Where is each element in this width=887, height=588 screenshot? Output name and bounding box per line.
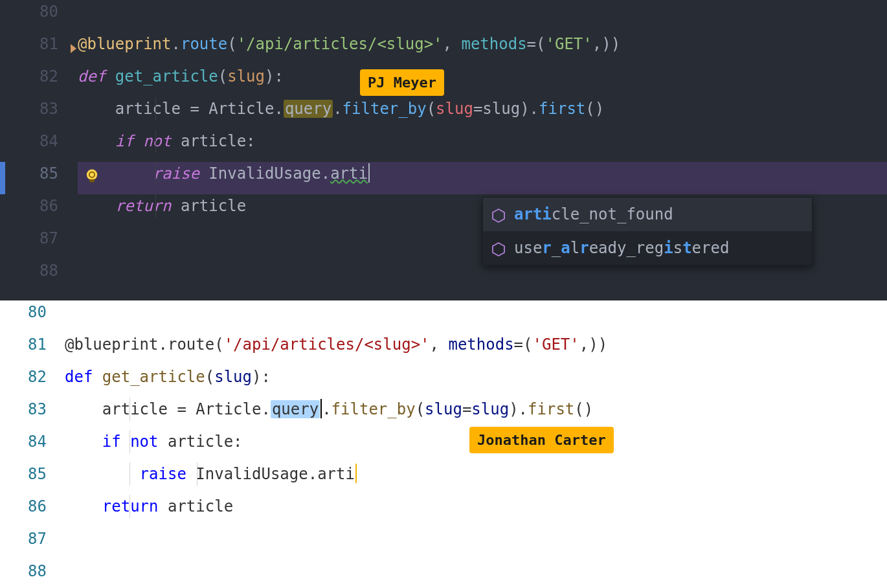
line-number: 88 [0,259,78,282]
line-number: 80 [0,300,65,324]
symbol-method-icon [491,207,506,222]
editor-pane-dark[interactable]: 80 81 @blueprint.route('/api/articles/<s… [0,0,887,300]
code-line[interactable]: 80 [0,0,887,32]
code-content[interactable]: return article [65,495,887,518]
code-line[interactable]: 84 if not article: [0,130,887,162]
line-number: 80 [0,0,78,23]
line-number: 86 [0,495,65,518]
code-content[interactable]: article = Article.query.filter_by(slug=s… [78,97,887,120]
collaborator-tag[interactable]: PJ Meyer [360,69,444,96]
line-number: 83 [0,398,65,421]
code-content[interactable]: raise InvalidUsage.arti [65,462,887,486]
code-line[interactable]: 83 article = Article.query.filter_by(slu… [0,97,887,130]
code-line[interactable]: 81 @blueprint.route('/api/articles/<slug… [0,32,887,65]
line-number: 85 [0,162,78,185]
code-content[interactable]: @blueprint.route('/api/articles/<slug>',… [65,333,887,356]
word-highlight: query [271,400,320,418]
code-content[interactable]: @blueprint.route('/api/articles/<slug>',… [78,32,887,56]
collaborator-name: Jonathan Carter [477,432,606,448]
collaborator-tag[interactable]: Jonathan Carter [469,427,614,453]
autocomplete-label: article_not_found [514,203,673,226]
line-number: 84 [0,130,78,153]
line-number: 86 [0,194,78,218]
code-line[interactable]: 80 [0,300,887,333]
code-line[interactable]: 86 return article [0,495,887,527]
code-content[interactable]: raise InvalidUsage.arti [78,162,887,185]
autocomplete-item[interactable]: user_already_registered [483,231,812,265]
code-line[interactable]: 87 [0,527,887,560]
code-content[interactable]: article = Article.query.filter_by(slug=s… [65,398,887,421]
autocomplete-item[interactable]: article_not_found [483,198,812,231]
code-line-current[interactable]: 85 raise InvalidUsage.arti [0,162,887,194]
code-line[interactable]: 84 if not article: [0,430,887,462]
autocomplete-label: user_already_registered [514,236,729,260]
line-number: 81 [0,32,78,56]
code-line[interactable]: 83 article = Article.query.filter_by(slu… [0,398,887,430]
code-line[interactable]: 85 raise InvalidUsage.arti [0,462,887,495]
collaborator-name: PJ Meyer [368,74,436,91]
line-number: 87 [0,527,65,550]
code-line[interactable]: 82 def get_article(slug): [0,365,887,398]
line-number: 82 [0,365,65,389]
code-content[interactable]: def get_article(slug): [78,65,887,88]
word-highlight: query [284,100,333,118]
line-number: 82 [0,65,78,88]
svg-rect-1 [90,179,95,183]
code-line[interactable]: 81 @blueprint.route('/api/articles/<slug… [0,333,887,365]
line-number: 84 [0,430,65,453]
text-cursor [368,163,370,183]
svg-point-0 [87,170,97,180]
code-content[interactable]: if not article: [78,130,887,153]
symbol-method-icon [491,240,506,256]
code-content[interactable]: def get_article(slug): [65,365,887,389]
code-line[interactable]: 88 [0,560,887,588]
collaborator-cursor [355,464,357,483]
line-number: 87 [0,227,78,250]
editor-pane-light[interactable]: 80 81 @blueprint.route('/api/articles/<s… [0,300,887,588]
line-number: 83 [0,97,78,120]
line-number: 81 [0,333,65,356]
fold-icon[interactable] [71,44,76,53]
lightbulb-icon[interactable] [83,167,101,185]
autocomplete-popup[interactable]: article_not_found user_already_registere… [482,197,813,266]
line-number: 85 [0,462,65,486]
line-number: 88 [0,560,65,583]
